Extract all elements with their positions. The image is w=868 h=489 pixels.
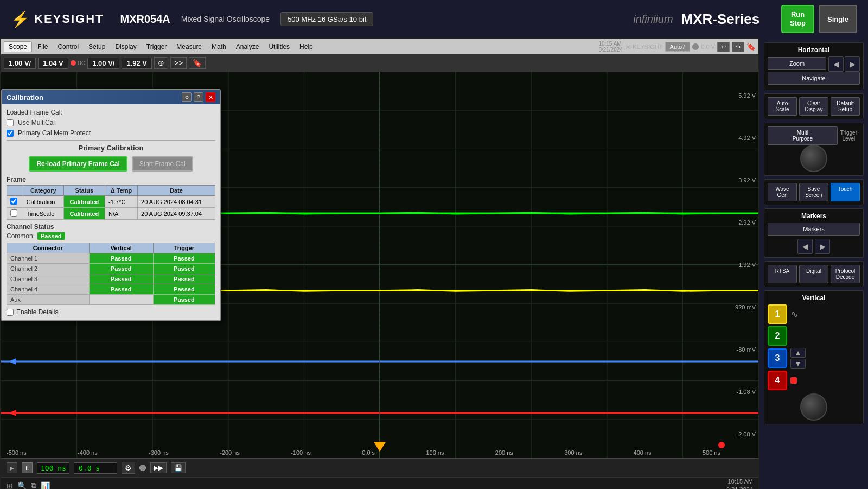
save-screen-button[interactable]: SaveScreen [799,183,828,201]
menu-setup[interactable]: Setup [84,42,110,52]
ch1-button[interactable]: 1 [768,304,787,324]
digital-button[interactable]: Digital [799,265,828,283]
use-multical-label: Use MultiCal [18,119,55,126]
use-multical-checkbox[interactable] [7,119,14,126]
windows-icon[interactable]: ⊞ [7,481,13,490]
common-status: Passed [37,232,65,240]
v-up-arrow[interactable]: ▲ [790,348,806,358]
protocol-decode-button[interactable]: ProtocolDecode [831,265,860,283]
cal-status-1: Calibrated [63,196,105,208]
menu-help[interactable]: Help [295,42,317,52]
run-stop-button[interactable]: RunStop [781,5,814,33]
play-pause-button[interactable]: ▶ [7,462,17,473]
ch3-button[interactable]: 3 [768,348,787,368]
cal-check-1 [7,196,23,208]
ch1-row: 1 ∿ [768,304,860,324]
fast-forward-button[interactable]: ▶▶ [150,462,167,473]
markers-button[interactable]: Markers [768,223,860,236]
search-taskbar-icon[interactable]: 🔍 [17,481,27,490]
ch4-trigger-status: Passed [153,284,215,295]
cal-close-button[interactable]: ✕ [206,92,215,102]
default-setup-button[interactable]: DefaultSetup [831,97,860,116]
h-left-arrow[interactable]: ◀ [828,56,844,72]
menu-measure[interactable]: Measure [172,42,206,52]
cal-help-button[interactable]: ? [194,92,203,102]
cal-buttons-row: Re-load Primary Frame Cal Start Frame Ca… [7,156,215,172]
marker-right-arrow[interactable]: ▶ [815,239,830,254]
multi-purpose-button[interactable]: MultiPurpose [768,126,838,145]
v-down-arrow[interactable]: ▼ [790,359,806,369]
taskbar-time: 10:15 AM8/21/2024 [726,478,753,489]
menu-control[interactable]: Control [53,42,83,52]
arrow-button[interactable]: >> [170,57,187,69]
menu-file[interactable]: File [33,42,52,52]
ch2-button[interactable]: 2 [768,326,787,346]
aux-label: Aux [7,295,90,305]
time-per-div-input[interactable] [37,462,69,474]
ch1-v-per-div: 1.00 V/ [9,59,31,67]
menu-trigger[interactable]: Trigger [142,42,171,52]
wave-gen-button[interactable]: WaveGen [768,183,797,201]
cal-gear-button[interactable]: ⚙ [182,92,192,102]
h-right-arrow[interactable]: ▶ [845,56,860,72]
cal-title: Calibration [7,93,43,101]
analysis-section: RTSA Digital ProtocolDecode [764,261,864,287]
menu-utilities[interactable]: Utilities [264,42,294,52]
markers-section: Markers Markers ◀ ▶ [764,208,864,258]
enable-details-row: Enable Details [7,308,215,316]
cal-temp-1: -1.7°C [105,196,138,208]
menu-display[interactable]: Display [111,42,141,52]
primary-cal-mem-protect-checkbox[interactable] [7,130,14,137]
top-bar: ⚡ KEYSIGHT MXR054A Mixed Signal Oscillos… [0,0,868,38]
undo-button[interactable]: ↩ [717,42,730,52]
channel-status-title: Channel Status [7,223,215,231]
multipurpose-knob[interactable] [800,145,827,172]
model-description: Mixed Signal Oscilloscope [181,15,270,23]
time-settings-button[interactable]: ⚙ [122,462,135,474]
rtsa-button[interactable]: RTSA [768,265,797,283]
scope-tab[interactable]: Scope [4,41,32,52]
common-label: Common: [7,232,35,240]
marker-left-arrow[interactable]: ◀ [797,239,813,254]
bookmark-toolbar-icon[interactable]: 🔖 [189,57,206,69]
auto-scale-button[interactable]: Auto Scale [768,97,797,116]
loaded-frame-cal-label: Loaded Frame Cal: [7,109,62,116]
pause-button[interactable]: ⏸ [22,462,33,473]
cal-date-1: 20 AUG 2024 08:04:31 [138,196,215,208]
zoom-button[interactable]: Zoom [768,57,826,70]
clear-display-button[interactable]: ClearDisplay [799,97,828,116]
keysight-logo: ⚡ KEYSIGHT [11,10,104,28]
svg-marker-24 [374,442,386,452]
plus-button[interactable]: ⊕ [154,57,168,69]
ch1-wave-icon: ∿ [790,308,799,320]
touch-button[interactable]: Touch [831,183,860,201]
ch2-trigger-status: Passed [153,264,215,274]
start-frame-cal-button[interactable]: Start Frame Cal [132,156,193,172]
save-icon-btn[interactable]: 💾 [171,462,186,473]
navigate-button[interactable]: Navigate [768,72,860,85]
reload-primary-frame-cal-button[interactable]: Re-load Primary Frame Cal [29,156,127,172]
time-offset-input[interactable] [74,462,117,474]
ch1-trigger-status: Passed [153,253,215,264]
app-icon[interactable]: 📊 [41,481,50,490]
calibration-dialog: Calibration ⚙ ? ✕ Loaded Frame Cal: [1,89,221,321]
channel-buttons: 1 ∿ 2 3 ▲ ▼ 4 [768,304,860,390]
auto7-button[interactable]: Auto7 [665,42,691,52]
ch4-indicator [790,377,797,384]
use-multical-row: Use MultiCal [7,119,215,126]
single-button[interactable]: Single [819,5,857,33]
cal-category-1: Calibration [23,196,63,208]
cal-title-icons: ⚙ ? ✕ [182,92,215,102]
menu-math[interactable]: Math [207,42,231,52]
redo-button[interactable]: ↪ [732,42,744,52]
ch4-button[interactable]: 4 [768,371,787,390]
ch2-vertical-status: Passed [89,264,153,274]
markers-title: Markers [768,212,860,220]
enable-details-checkbox[interactable] [7,309,14,316]
vertical-section: Vertical 1 ∿ 2 3 ▲ ▼ 4 [764,290,864,424]
vertical-knob[interactable] [800,393,827,421]
menu-analyze[interactable]: Analyze [232,42,264,52]
ch3-vertical-status: Passed [89,274,153,284]
wave-gen-section: WaveGen SaveScreen Touch [764,179,864,205]
task-view-icon[interactable]: ⧉ [31,481,36,489]
